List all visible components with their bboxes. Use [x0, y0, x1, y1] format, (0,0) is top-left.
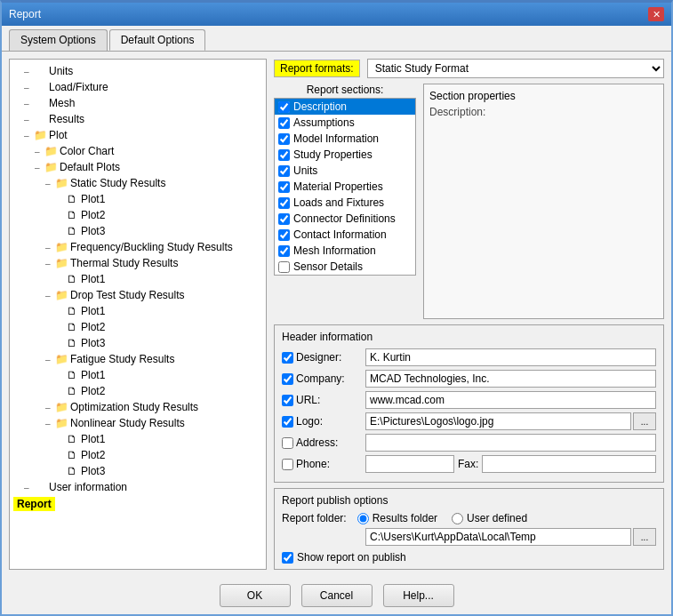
designer-label[interactable]: Designer: — [282, 351, 362, 364]
tree-label: Plot1 — [81, 273, 105, 285]
section-checkbox[interactable] — [278, 117, 290, 129]
section-item-mesh-info[interactable]: Mesh Information — [275, 243, 415, 259]
tree-panel[interactable]: – Units – Load/Fixture – Mesh – Results — [9, 59, 267, 570]
tab-default-options[interactable]: Default Options — [109, 29, 206, 51]
section-item-connector-defs[interactable]: Connector Definitions — [275, 211, 415, 227]
logo-input[interactable] — [365, 412, 631, 430]
section-checkbox[interactable] — [278, 101, 290, 113]
tree-item-freq-study[interactable]: – 📁 Frequency/Buckling Study Results — [13, 239, 262, 255]
section-checkbox[interactable] — [278, 245, 290, 257]
section-item-sensor-details[interactable]: Sensor Details — [275, 259, 415, 275]
tree-item-drop-plot1[interactable]: 🗋 Plot1 — [13, 303, 262, 319]
address-label[interactable]: Address: — [282, 436, 362, 449]
section-item-model-info[interactable]: Model Information — [275, 131, 415, 147]
tree-item-static-plot1[interactable]: 🗋 Plot1 — [13, 191, 262, 207]
section-item-assumptions[interactable]: Assumptions — [275, 115, 415, 131]
help-button[interactable]: Help... — [383, 584, 454, 607]
formats-select[interactable]: Static Study Format — [367, 59, 664, 78]
section-label: Material Properties — [293, 180, 383, 193]
close-button[interactable]: ✕ — [648, 7, 664, 21]
logo-checkbox[interactable] — [282, 416, 293, 428]
section-checkbox[interactable] — [278, 165, 290, 177]
tree-item-thermal-study[interactable]: – 📁 Thermal Study Results — [13, 255, 262, 271]
tree-item-drop-study[interactable]: – 📁 Drop Test Study Results — [13, 287, 262, 303]
section-checkbox[interactable] — [278, 133, 290, 145]
url-checkbox[interactable] — [282, 395, 293, 406]
folder-path-row: ... — [282, 528, 656, 546]
tree-item-nonlinear-plot3[interactable]: 🗋 Plot3 — [13, 463, 262, 479]
designer-checkbox[interactable] — [282, 352, 293, 364]
tab-system-options[interactable]: System Options — [9, 29, 108, 51]
tree-item-loadfixture[interactable]: – Load/Fixture — [13, 79, 262, 95]
tree-item-nonlinear-plot2[interactable]: 🗋 Plot2 — [13, 447, 262, 463]
section-item-units[interactable]: Units — [275, 163, 415, 179]
section-checkbox[interactable] — [278, 261, 290, 273]
section-item-contact-info[interactable]: Contact Information — [275, 227, 415, 243]
show-on-publish-row[interactable]: Show report on publish — [282, 551, 656, 564]
expand-icon: – — [24, 83, 33, 92]
url-input[interactable] — [365, 391, 656, 409]
content-area: – Units – Load/Fixture – Mesh – Results — [2, 52, 671, 577]
tree-item-nonlinear-plot1[interactable]: 🗋 Plot1 — [13, 431, 262, 447]
tree-item-results[interactable]: – Results — [13, 111, 262, 127]
user-defined-option[interactable]: User defined — [452, 512, 527, 524]
tree-item-units[interactable]: – Units — [13, 63, 262, 79]
company-label[interactable]: Company: — [282, 372, 362, 385]
tree-item-default-plots[interactable]: – 📁 Default Plots — [13, 159, 262, 175]
section-checkbox[interactable] — [278, 213, 290, 225]
section-item-study-props[interactable]: Study Properties — [275, 147, 415, 163]
tree-item-report[interactable]: Report — [13, 497, 55, 511]
tree-item-plot[interactable]: – 📁 Plot — [13, 127, 262, 143]
logo-browse-button[interactable]: ... — [633, 412, 656, 430]
phone-label[interactable]: Phone: — [282, 458, 362, 470]
tree-item-user-info[interactable]: – User information — [13, 479, 262, 495]
formats-row: Report formats: Static Study Format — [274, 59, 664, 78]
tree-item-opt-study[interactable]: – 📁 Optimization Study Results — [13, 399, 262, 415]
fax-input[interactable] — [482, 455, 656, 473]
tree-item-color-chart[interactable]: – 📁 Color Chart — [13, 143, 262, 159]
company-checkbox[interactable] — [282, 373, 293, 385]
tree-item-static-plot3[interactable]: 🗋 Plot3 — [13, 223, 262, 239]
url-label[interactable]: URL: — [282, 394, 362, 406]
section-checkbox[interactable] — [278, 181, 290, 193]
results-folder-option[interactable]: Results folder — [357, 512, 437, 524]
section-checkbox[interactable] — [278, 197, 290, 209]
tree-item-fatigue-study[interactable]: – 📁 Fatigue Study Results — [13, 351, 262, 367]
folder-path-input[interactable] — [365, 528, 631, 546]
header-info-panel: Header information Designer: Company: — [274, 324, 664, 483]
phone-checkbox[interactable] — [282, 459, 293, 470]
section-checkbox[interactable] — [278, 229, 290, 241]
ok-button[interactable]: OK — [220, 584, 291, 607]
tree-label: Plot1 — [81, 193, 105, 205]
phone-input[interactable] — [365, 455, 454, 473]
doc-icon: 🗋 — [65, 336, 79, 350]
company-input[interactable] — [365, 370, 656, 388]
tree-item-fatigue-plot2[interactable]: 🗋 Plot2 — [13, 383, 262, 399]
address-input[interactable] — [365, 434, 656, 452]
folder-browse-button[interactable]: ... — [633, 528, 656, 546]
tree-item-thermal-plot1[interactable]: 🗋 Plot1 — [13, 271, 262, 287]
show-on-publish-checkbox[interactable] — [282, 552, 293, 564]
tree-item-nonlinear-study[interactable]: – 📁 Nonlinear Study Results — [13, 415, 262, 431]
address-checkbox[interactable] — [282, 437, 293, 449]
section-item-loads-fixtures[interactable]: Loads and Fixtures — [275, 195, 415, 211]
tree-item-mesh[interactable]: – Mesh — [13, 95, 262, 111]
expand-icon: – — [45, 179, 54, 188]
designer-input[interactable] — [365, 348, 656, 366]
user-defined-radio[interactable] — [452, 513, 463, 524]
section-item-description[interactable]: Description — [275, 99, 415, 115]
cancel-button[interactable]: Cancel — [301, 584, 373, 607]
tree-item-static-study[interactable]: – 📁 Static Study Results — [13, 175, 262, 191]
tree-item-static-plot2[interactable]: 🗋 Plot2 — [13, 207, 262, 223]
logo-label[interactable]: Logo: — [282, 415, 362, 428]
sections-list[interactable]: Description Assumptions Model Informatio… — [274, 98, 416, 276]
results-folder-radio[interactable] — [357, 513, 369, 524]
tree-item-drop-plot2[interactable]: 🗋 Plot2 — [13, 319, 262, 335]
section-item-material-props[interactable]: Material Properties — [275, 179, 415, 195]
doc-icon: 🗋 — [65, 304, 79, 318]
tree-label: Plot1 — [81, 433, 105, 445]
folder-path-group: ... — [365, 528, 656, 546]
tree-item-fatigue-plot1[interactable]: 🗋 Plot1 — [13, 367, 262, 383]
section-checkbox[interactable] — [278, 149, 290, 161]
tree-item-drop-plot3[interactable]: 🗋 Plot3 — [13, 335, 262, 351]
